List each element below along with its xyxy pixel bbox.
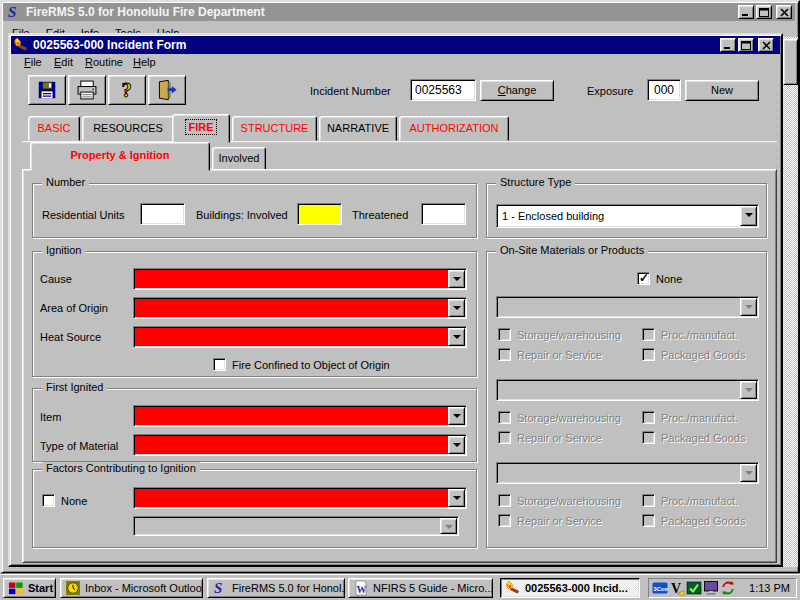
dropdown-arrow-icon bbox=[740, 381, 757, 399]
sync-arrows-icon[interactable] bbox=[720, 580, 736, 596]
vshield-icon[interactable]: V bbox=[669, 580, 685, 596]
dialog-menu-edit[interactable]: Edit bbox=[54, 56, 73, 69]
tab-fire[interactable]: FIRE bbox=[172, 114, 230, 143]
main-vertical-scrollbar[interactable] bbox=[783, 37, 798, 567]
display-icon[interactable] bbox=[703, 580, 719, 596]
minimize-icon bbox=[741, 8, 751, 17]
material1-storage-checkbox bbox=[498, 328, 511, 341]
maximize-icon bbox=[759, 8, 769, 17]
material3-storage-label: Storage/warehousing bbox=[517, 495, 621, 508]
new-button[interactable]: New bbox=[685, 80, 759, 101]
print-icon bbox=[76, 79, 98, 101]
factors-none-checkbox[interactable] bbox=[42, 494, 55, 507]
flame-icon bbox=[505, 580, 521, 596]
subtab-involved[interactable]: Involved bbox=[212, 147, 266, 170]
start-button[interactable]: Start bbox=[3, 578, 56, 598]
tab-basic[interactable]: BASIC bbox=[28, 116, 80, 141]
incident-number-field[interactable] bbox=[410, 79, 476, 101]
taskbar-clock: 1:13 PM bbox=[749, 582, 793, 594]
structure-type-value: 1 - Enclosed building bbox=[502, 210, 604, 222]
first-ignited-group-label: First Ignited bbox=[42, 381, 107, 394]
scrollbar-thumb[interactable] bbox=[783, 39, 798, 85]
svg-text:S: S bbox=[214, 580, 222, 596]
main-minimize-button[interactable] bbox=[738, 5, 754, 19]
taskbar-button-nfirs-guide[interactable]: W NFIRS 5 Guide - Micro... bbox=[348, 578, 493, 598]
factors-combobox-1[interactable] bbox=[133, 487, 467, 509]
material1-packaged-label: Packaged Goods bbox=[661, 349, 745, 362]
dropdown-arrow-icon[interactable] bbox=[448, 299, 465, 317]
change-button[interactable]: Change bbox=[480, 80, 554, 101]
material3-proc-label: Proc./manufact. bbox=[661, 495, 738, 508]
outlook-clock-icon bbox=[65, 580, 81, 596]
dropdown-arrow-icon[interactable] bbox=[448, 436, 465, 454]
fire-confined-checkbox[interactable] bbox=[213, 358, 226, 371]
taskbar-button-nfirs-guide-label: NFIRS 5 Guide - Micro... bbox=[373, 582, 493, 594]
taskbar-button-incident-form[interactable]: 0025563-000 Incid... bbox=[500, 578, 640, 598]
heat-source-combobox[interactable] bbox=[133, 326, 467, 348]
tab-resources-label: RESOURCES bbox=[93, 122, 163, 134]
dialog-menubar: File Edit Routine Help bbox=[11, 53, 780, 71]
taskbar-button-firerms-label: FireRMS 5.0 for Honol... bbox=[232, 582, 345, 594]
threatened-field[interactable] bbox=[421, 203, 466, 225]
tab-resources[interactable]: RESOURCES bbox=[82, 116, 174, 141]
buildings-involved-field[interactable] bbox=[297, 203, 342, 225]
residential-units-field[interactable] bbox=[140, 203, 185, 225]
fire-confined-label: Fire Confined to Object of Origin bbox=[232, 359, 390, 372]
dropdown-arrow-icon[interactable] bbox=[448, 489, 465, 507]
material2-proc-label: Proc./manufact. bbox=[661, 412, 738, 425]
tab-fire-label: FIRE bbox=[186, 120, 215, 134]
type-of-material-combobox[interactable] bbox=[133, 434, 467, 456]
material3-repair-checkbox bbox=[498, 514, 511, 527]
subtab-property-ignition[interactable]: Property & Ignition bbox=[30, 142, 210, 171]
ignition-group-label: Ignition bbox=[42, 244, 85, 257]
dialog-menu-routine[interactable]: Routine bbox=[85, 56, 123, 69]
tab-authorization[interactable]: AUTHORIZATION bbox=[399, 116, 509, 141]
onsite-none-checkbox[interactable] bbox=[637, 272, 650, 285]
material1-proc-label: Proc./manufact. bbox=[661, 329, 738, 342]
tab-structure-label: STRUCTURE bbox=[241, 122, 309, 134]
dialog-close-button[interactable] bbox=[758, 38, 774, 52]
print-button[interactable] bbox=[68, 75, 106, 105]
firerms-s-icon: S bbox=[6, 4, 22, 20]
dropdown-arrow-icon[interactable] bbox=[448, 328, 465, 346]
tab-structure[interactable]: STRUCTURE bbox=[232, 116, 317, 141]
exposure-label: Exposure bbox=[587, 85, 633, 98]
antivirus-check-icon[interactable] bbox=[686, 580, 702, 596]
material2-repair-label: Repair or Service bbox=[517, 432, 602, 445]
dialog-maximize-button[interactable] bbox=[738, 38, 754, 52]
item-combobox[interactable] bbox=[133, 405, 467, 427]
save-button[interactable] bbox=[28, 75, 66, 105]
taskbar-button-outlook[interactable]: Inbox - Microsoft Outlook bbox=[60, 578, 203, 598]
structure-type-combobox[interactable]: 1 - Enclosed building bbox=[496, 204, 759, 228]
dialog-menu-file[interactable]: File bbox=[24, 56, 42, 69]
tab-narrative-label: NARRATIVE bbox=[327, 122, 389, 134]
screen: { "colors": { "active_titlebar": "#00008… bbox=[0, 0, 800, 600]
save-icon bbox=[36, 79, 58, 101]
exposure-field[interactable] bbox=[647, 79, 681, 101]
dialog-menu-help[interactable]: Help bbox=[133, 56, 156, 69]
exit-button[interactable] bbox=[148, 75, 186, 105]
dropdown-arrow-icon[interactable] bbox=[740, 206, 757, 226]
dropdown-arrow-icon[interactable] bbox=[448, 407, 465, 425]
subtab-property-ignition-label: Property & Ignition bbox=[71, 149, 170, 161]
number-group-label: Number bbox=[42, 176, 89, 189]
main-maximize-button[interactable] bbox=[756, 5, 772, 19]
dialog-titlebar: 0025563-000 Incident Form bbox=[11, 36, 780, 54]
cause-combobox[interactable] bbox=[133, 268, 467, 290]
heat-source-label: Heat Source bbox=[40, 331, 101, 344]
material3-repair-label: Repair or Service bbox=[517, 515, 602, 528]
close-icon bbox=[762, 41, 771, 50]
dialog-minimize-button[interactable] bbox=[720, 38, 736, 52]
area-of-origin-combobox[interactable] bbox=[133, 297, 467, 319]
main-close-button[interactable] bbox=[776, 5, 792, 19]
material-combobox-2 bbox=[496, 379, 759, 401]
dropdown-arrow-icon[interactable] bbox=[448, 270, 465, 288]
3com-icon[interactable]: 3Com bbox=[652, 580, 668, 596]
main-window-title: FireRMS 5.0 for Honolulu Fire Department bbox=[26, 5, 265, 19]
material3-proc-checkbox bbox=[642, 494, 655, 507]
residential-units-label: Residential Units bbox=[42, 209, 125, 222]
taskbar-button-firerms[interactable]: S FireRMS 5.0 for Honol... bbox=[207, 578, 345, 598]
tab-narrative[interactable]: NARRATIVE bbox=[319, 116, 397, 141]
incident-form-dialog: 0025563-000 Incident Form File Edit Rout… bbox=[8, 33, 783, 567]
help-button[interactable]: ? bbox=[108, 75, 146, 105]
